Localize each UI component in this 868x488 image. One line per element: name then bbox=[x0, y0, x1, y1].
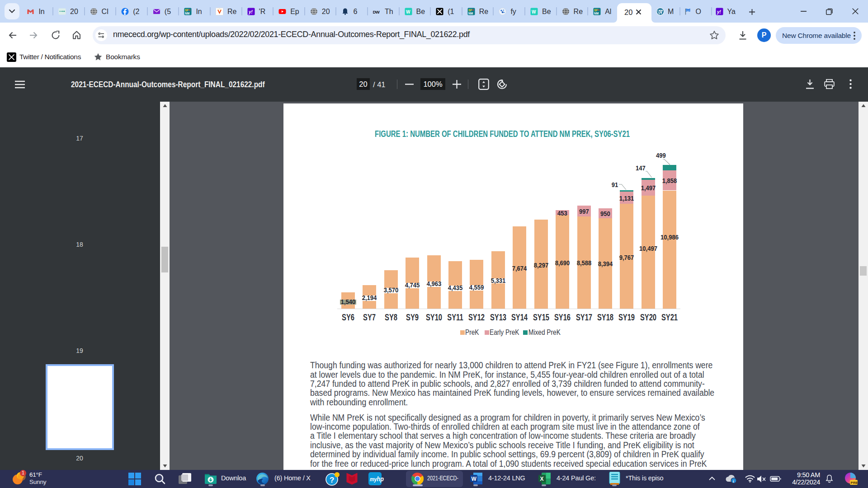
svg-text:PRE: PRE bbox=[851, 481, 858, 485]
svg-text:SF: SF bbox=[185, 9, 189, 12]
svg-text:SF: SF bbox=[468, 9, 472, 12]
svg-text:X: X bbox=[540, 476, 544, 482]
svg-text:DW: DW bbox=[373, 9, 380, 14]
svg-text:NM: NM bbox=[468, 12, 473, 15]
svg-text:W: W bbox=[406, 9, 410, 14]
svg-text:NM: NM bbox=[594, 12, 599, 15]
svg-text:y!: y! bbox=[717, 9, 722, 14]
svg-text:W: W bbox=[472, 476, 477, 482]
svg-text:y!: y! bbox=[248, 9, 253, 14]
svg-text:?: ? bbox=[330, 476, 334, 484]
svg-text:NM: NM bbox=[185, 12, 189, 15]
svg-text:SF: SF bbox=[594, 9, 598, 12]
svg-text:W: W bbox=[532, 9, 536, 14]
